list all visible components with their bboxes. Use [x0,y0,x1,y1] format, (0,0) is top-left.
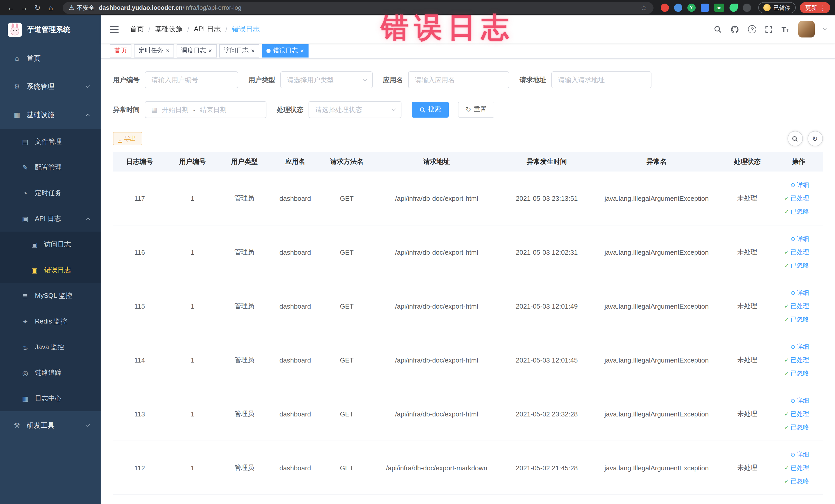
bookmark-star-icon[interactable]: ☆ [641,4,647,12]
sidebar-item-java-monitor[interactable]: ♨Java 监控 [0,334,101,360]
browser-update-button[interactable]: 更新 ⋮ [799,2,830,13]
sidebar-item-file-management[interactable]: ▤文件管理 [0,129,101,155]
extension-icon-paw[interactable] [742,4,751,12]
extension-icon-y[interactable]: Y [687,4,695,12]
sidebar-item-redis-monitor[interactable]: ✦Redis 监控 [0,309,101,334]
action-ignored-link[interactable]: ✓已忽略 [785,475,809,488]
sidebar-item-system-management[interactable]: ⚙系统管理 [0,73,101,101]
table-row: 1131管理员dashboardGET/api/infra/db-doc/exp… [113,387,823,441]
breadcrumb-item[interactable]: 基础设施 [155,25,183,34]
tab-access-logs[interactable]: 访问日志× [219,44,259,57]
row-actions: ⊙详细✓已处理✓已忽略 [775,448,822,488]
action-detail-link[interactable]: ⊙详细 [791,178,809,191]
sidebar-item-link-trace[interactable]: ◎链路追踪 [0,360,101,386]
sidebar-item-home[interactable]: ⌂首页 [0,44,101,73]
request-url-input[interactable]: 请输入请求地址 [551,72,651,88]
forward-icon[interactable]: → [19,2,30,13]
action-processed-link[interactable]: ✓已处理 [785,461,809,475]
sidebar-item-mysql-monitor[interactable]: ≣MySQL 监控 [0,283,101,309]
extension-icon-on[interactable]: on [714,4,724,12]
sidebar-item-dev-tools[interactable]: ⚒研发工具 [0,411,101,440]
sidebar-item-log-center[interactable]: ▥日志中心 [0,386,101,411]
app-name-input[interactable]: 请输入应用名 [408,72,509,88]
sidebar-item-infrastructure[interactable]: ▦基础设施 [0,101,101,129]
menu-kebab-icon[interactable]: ⋮ [820,4,826,11]
column-header: 请求地址 [373,157,500,166]
cell-status: 未处理 [720,247,775,257]
action-ignored-link[interactable]: ✓已忽略 [785,205,809,218]
cell-status: 未处理 [720,355,775,365]
action-detail-link[interactable]: ⊙详细 [791,340,809,353]
cell-app_name: dashboard [270,194,320,202]
search-button[interactable]: 搜索 [412,102,449,118]
action-processed-link[interactable]: ✓已处理 [785,407,809,421]
tab-scheduled-tasks[interactable]: 定时任务× [134,44,174,57]
chevron-down-icon[interactable] [823,26,826,30]
action-processed-link[interactable]: ✓已处理 [785,191,809,205]
back-icon[interactable]: ← [5,2,16,13]
extension-icon-blue[interactable] [674,4,682,12]
font-size-icon[interactable]: TT [781,25,789,33]
action-detail-link[interactable]: ⊙详细 [791,232,809,245]
extension-icon-grid[interactable] [700,4,709,12]
fullscreen-icon[interactable] [765,25,773,33]
action-ignored-link[interactable]: ✓已忽略 [785,367,809,380]
breadcrumb-item[interactable]: API 日志 [194,25,221,34]
profile-paused-chip[interactable]: 已暂停 [758,2,795,13]
close-tab-icon[interactable]: × [251,47,254,54]
filter-user-id: 用户编号 请输入用户编号 [113,72,238,88]
trace-icon: ◎ [21,369,29,377]
action-ignored-link[interactable]: ✓已忽略 [785,421,809,434]
sidebar-item-error-logs[interactable]: ▣错误日志 [0,257,101,283]
tab-error-logs[interactable]: 错误日志× [262,44,308,57]
home-icon[interactable]: ⌂ [45,2,57,13]
database-icon: ≣ [21,292,29,300]
action-detail-link[interactable]: ⊙详细 [791,394,809,407]
close-tab-icon[interactable]: × [166,47,169,54]
action-detail-link[interactable]: ⊙详细 [791,448,809,461]
help-icon[interactable]: ? [748,25,756,33]
close-tab-icon[interactable]: × [300,47,304,54]
address-bar[interactable]: ⚠ 不安全 dashboard.yudao.iocoder.cn/infra/l… [63,2,653,14]
page-header: 首页/基础设施/API 日志/错误日志 ? TT [101,15,835,43]
hide-search-button[interactable] [787,131,803,146]
collapse-sidebar-icon[interactable] [110,26,119,33]
sidebar-item-api-logs[interactable]: ▣API 日志 [0,206,101,231]
user-id-input[interactable]: 请输入用户编号 [145,72,238,88]
sidebar-item-scheduled-tasks[interactable]: ◔定时任务 [0,180,101,206]
tab-home[interactable]: 首页 [110,44,131,57]
process-status-select[interactable]: 请选择处理状态 [308,101,402,118]
reset-button[interactable]: ↻ 重置 [458,102,494,118]
row-actions: ⊙详细✓已处理✓已忽略 [775,178,822,218]
action-processed-link[interactable]: ✓已处理 [785,245,809,259]
action-ignored-link[interactable]: ✓已忽略 [785,313,809,326]
cell-exception: java.lang.IllegalArgumentException [593,302,720,310]
cell-time: 2021-05-03 12:01:45 [500,356,593,364]
user-type-select[interactable]: 请选择用户类型 [280,72,373,88]
sidebar-logo[interactable]: 芋道管理系统 [0,15,101,44]
breadcrumb-item[interactable]: 首页 [130,25,144,34]
export-button[interactable]: ↓ 导出 [113,132,142,145]
row-actions: ⊙详细✓已处理✓已忽略 [775,232,822,272]
tab-schedule-logs[interactable]: 调度日志× [177,44,217,57]
refresh-button[interactable]: ↻ [807,131,823,146]
extension-icon-red[interactable] [660,4,669,12]
action-processed-link[interactable]: ✓已处理 [785,353,809,367]
reload-icon[interactable]: ↻ [32,2,43,13]
chevron-down-icon [86,422,90,427]
action-detail-link[interactable]: ⊙详细 [791,286,809,299]
sidebar-item-access-logs[interactable]: ▣访问日志 [0,231,101,257]
action-ignored-link[interactable]: ✓已忽略 [785,259,809,272]
action-processed-link[interactable]: ✓已处理 [785,299,809,313]
date-range-picker[interactable]: ▦ 开始日期 - 结束日期 [145,101,266,118]
user-avatar[interactable] [798,21,814,38]
close-tab-icon[interactable]: × [208,47,212,54]
check-icon: ✓ [785,303,789,309]
extension-icon-leaf[interactable] [729,4,737,12]
search-icon[interactable] [714,25,722,33]
sidebar-item-config-management[interactable]: ✎配置管理 [0,155,101,180]
security-indicator[interactable]: ⚠ 不安全 [69,4,95,12]
column-header: 应用名 [270,157,320,166]
github-icon[interactable] [731,25,739,34]
url-text[interactable]: dashboard.yudao.iocoder.cn/infra/log/api… [99,4,242,11]
